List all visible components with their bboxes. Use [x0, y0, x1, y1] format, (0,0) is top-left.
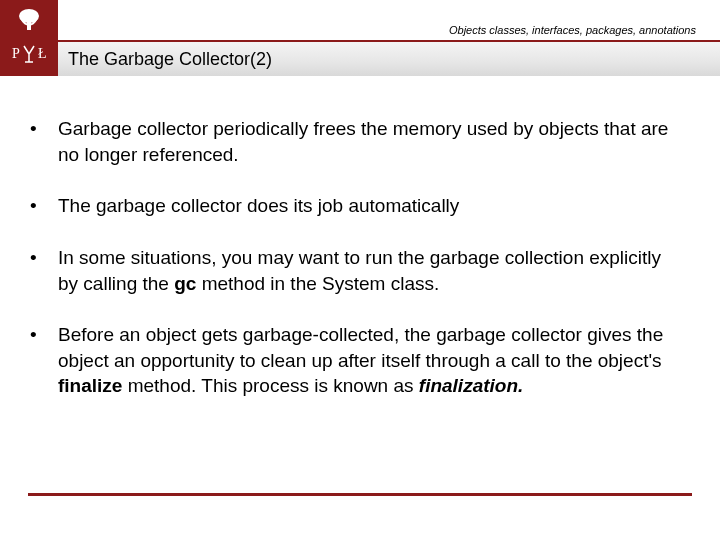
bullet-list: •Garbage collector periodically frees th… — [30, 116, 680, 399]
logo-emblem-bottom: P Ł — [0, 42, 58, 76]
bullet-text: The garbage collector does its job autom… — [58, 193, 680, 219]
header-row: Objects classes, interfaces, packages, a… — [0, 0, 720, 42]
title-row: P Ł The Garbage Collector(2) — [0, 42, 720, 76]
bullet-marker: • — [30, 193, 58, 219]
slide-title: The Garbage Collector(2) — [58, 42, 720, 76]
bullet-item: •Before an object gets garbage-collected… — [30, 322, 680, 399]
bullet-marker: • — [30, 116, 58, 167]
logo-emblem-top — [0, 0, 58, 40]
logo-letter-right: Ł — [38, 46, 47, 61]
footer-divider — [28, 493, 692, 496]
bullet-marker: • — [30, 322, 58, 399]
logo-letter-left: P — [12, 46, 20, 61]
bullet-text: Before an object gets garbage-collected,… — [58, 322, 680, 399]
svg-rect-1 — [27, 22, 31, 30]
bullet-text: Garbage collector periodically frees the… — [58, 116, 680, 167]
content-area: •Garbage collector periodically frees th… — [0, 76, 720, 445]
bullet-marker: • — [30, 245, 58, 296]
breadcrumb: Objects classes, interfaces, packages, a… — [58, 24, 720, 40]
bullet-item: •In some situations, you may want to run… — [30, 245, 680, 296]
bullet-item: •Garbage collector periodically frees th… — [30, 116, 680, 167]
bullet-item: •The garbage collector does its job auto… — [30, 193, 680, 219]
bullet-text: In some situations, you may want to run … — [58, 245, 680, 296]
